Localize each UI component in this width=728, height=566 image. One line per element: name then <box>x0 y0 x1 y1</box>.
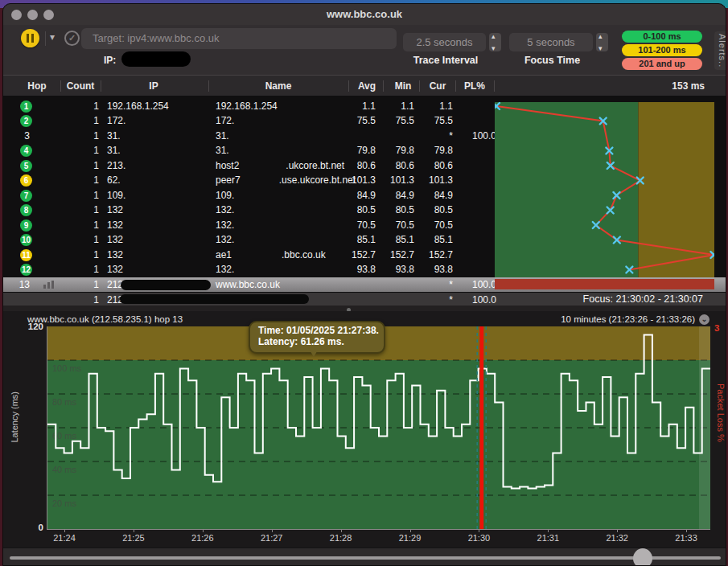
packet-loss-value <box>462 188 496 203</box>
timeline-range-label: 10 minutes (21:23:26 - 21:33:26) <box>561 314 695 324</box>
name-value: 132. <box>216 262 234 277</box>
avg-value <box>340 129 376 144</box>
latency-legend: 0-100 ms101-200 ms201 and up <box>622 31 702 72</box>
alerts-tab[interactable]: Alerts.. <box>714 31 726 70</box>
chevron-down-icon[interactable]: ▾ <box>50 31 55 43</box>
avg-value <box>340 277 376 293</box>
packet-loss-value <box>462 248 496 263</box>
column-header-pl[interactable]: PL% <box>442 76 507 96</box>
avg-value: 1.1 <box>340 99 376 114</box>
count-value: 1 <box>64 277 99 293</box>
column-separator <box>494 80 495 92</box>
hop-badge: 8 <box>20 204 32 216</box>
trace-interval-select[interactable]: 2.5 seconds <box>403 33 486 51</box>
min-value: 84.9 <box>379 188 414 203</box>
count-value: 1 <box>64 232 99 248</box>
focus-summary-row[interactable]: 1 212. * 100.0 Focus: 21:30:02 - 21:30:0… <box>3 293 726 306</box>
cur-value: * <box>417 129 453 144</box>
tooltip-time: Time: 01/05/2025 21:27:38. <box>258 325 384 336</box>
hop-badge: 10 <box>20 234 32 246</box>
pause-button[interactable] <box>21 29 39 47</box>
name-value: www.bbc.co.uk <box>216 277 280 293</box>
ip-value: 109. <box>107 188 125 203</box>
tooltip-latency: Latency: 61.26 ms. <box>258 336 384 347</box>
min-value: 80.6 <box>379 158 414 174</box>
legend-pill[interactable]: 201 and up <box>622 58 702 70</box>
avg-value: 152.7 <box>340 248 376 263</box>
trace-interval-label: Trace Interval <box>389 55 502 66</box>
min-value: 93.8 <box>379 262 414 277</box>
packet-loss-value <box>462 203 496 218</box>
count-value: 1 <box>64 173 99 188</box>
column-header-count[interactable]: Count <box>48 76 113 96</box>
column-header-ip[interactable]: IP <box>121 76 186 96</box>
packet-loss-value <box>462 99 496 114</box>
count-value: 1 <box>64 113 99 129</box>
y-axis-min-label: 0 <box>23 523 43 532</box>
avg-value: 79.8 <box>340 143 376 158</box>
avg-value: 101.3 <box>340 173 376 188</box>
focus-row-redacted <box>120 294 309 304</box>
cur-value: 101.3 <box>417 173 453 188</box>
min-value <box>379 129 414 144</box>
ip-value: 132 <box>107 203 123 218</box>
min-value: 80.5 <box>379 203 414 218</box>
ip-value: 31. <box>107 143 121 158</box>
graph-scale-label: 153 ms <box>672 76 705 96</box>
ip-label: IP: <box>104 55 116 66</box>
check-circle-icon[interactable]: ✓ <box>64 31 80 46</box>
count-value: 1 <box>64 188 99 203</box>
scrollbar-thumb[interactable] <box>633 548 652 566</box>
x-axis-tick-mark <box>548 529 549 532</box>
packet-loss-bar <box>495 279 714 289</box>
name-value: 132. <box>216 232 234 248</box>
toolbar: ▾ ✓ Target: ipv4:www.bbc.co.uk IP: 2.5 s… <box>3 25 726 76</box>
avg-value: 80.6 <box>340 158 376 174</box>
name-value: 132. <box>216 203 234 218</box>
hop-trace-graph[interactable] <box>495 96 714 278</box>
bar-chart-icon <box>43 281 54 289</box>
table-row[interactable]: 131212www.bbc.co.uk*100.0 <box>3 277 726 293</box>
scrollbar-track[interactable] <box>10 556 721 560</box>
title-bar: www.bbc.co.uk <box>3 4 726 26</box>
avg-value: 70.5 <box>340 218 376 233</box>
time-scrollbar[interactable] <box>3 548 726 566</box>
avg-value: 85.1 <box>340 232 376 248</box>
focus-time-select[interactable]: 5 seconds <box>509 33 593 51</box>
x-axis-tick-mark <box>617 529 618 532</box>
focus-time-stepper[interactable] <box>596 33 608 51</box>
name-value: 172. <box>216 113 234 129</box>
min-value <box>379 277 414 293</box>
min-value: 152.7 <box>379 248 414 263</box>
packet-loss-value <box>462 262 496 277</box>
cur-value: 80.5 <box>417 203 453 218</box>
target-input[interactable]: Target: ipv4:www.bbc.co.uk <box>81 28 397 49</box>
x-axis-tick-mark <box>134 529 134 532</box>
x-axis-tick-label: 21:24 <box>47 533 82 543</box>
grid-label: 100 ms <box>52 363 82 373</box>
x-axis-tick-mark <box>686 529 687 532</box>
column-separator <box>101 80 101 92</box>
column-header-name[interactable]: Name <box>246 76 311 96</box>
timeline-plot[interactable]: 100 ms80 ms60 ms40 ms20 ms <box>47 326 710 529</box>
count-value: 1 <box>64 129 99 144</box>
count-value: 1 <box>64 158 99 174</box>
packet-loss-value <box>462 173 496 188</box>
cur-value: 84.9 <box>417 188 453 203</box>
packet-loss-max-label: 3 <box>714 323 719 333</box>
name-value: 31. <box>216 129 229 144</box>
timeline-pane: www.bbc.co.uk (212.58.235.1) hop 13 10 m… <box>3 311 726 566</box>
packet-loss-value: 100.0 <box>462 129 496 144</box>
legend-pill[interactable]: 0-100 ms <box>622 31 702 43</box>
ip-value: 132 <box>107 232 123 248</box>
cur-value: 1.1 <box>417 99 453 114</box>
range-dropdown-icon[interactable]: ⌄ <box>699 314 709 325</box>
hop-number: 13 <box>11 277 30 293</box>
trace-interval-stepper[interactable] <box>489 33 501 51</box>
min-value: 101.3 <box>379 173 414 188</box>
x-axis-tick-label: 21:30 <box>461 533 496 543</box>
x-axis-tick-mark <box>479 529 479 532</box>
legend-pill[interactable]: 101-200 ms <box>622 44 702 56</box>
count-value: 1 <box>64 248 99 263</box>
name-value: 109. <box>216 188 234 203</box>
